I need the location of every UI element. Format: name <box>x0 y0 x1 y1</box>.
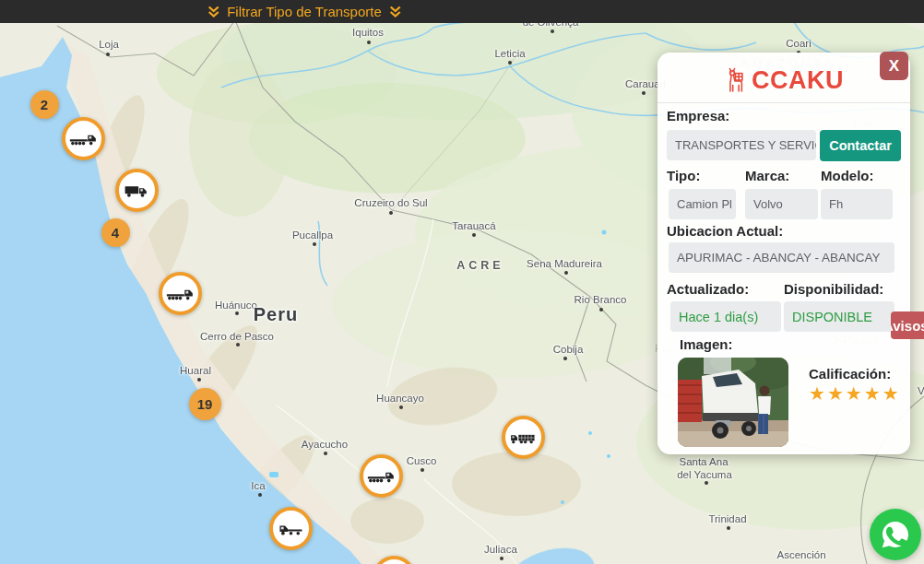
filter-transport-label: Filtrar Tipo de Transporte <box>227 4 382 19</box>
llama-icon <box>724 66 746 94</box>
avisos-label: Avisos <box>891 318 924 334</box>
semi-truck-icon <box>69 129 98 147</box>
vehicle-marker-semi[interactable] <box>159 272 202 315</box>
modelo-label: Modelo: <box>821 168 874 183</box>
vehicle-popup-card: CCAKU Empresa: TRANSPORTES Y SERVIC Cont… <box>657 53 910 454</box>
cluster-marker-2[interactable]: 2 <box>30 90 59 119</box>
vehicle-photo[interactable] <box>678 358 788 447</box>
calificacion-label: Calificación: <box>809 366 891 382</box>
pickup-truck-icon <box>277 519 305 537</box>
tipo-value-field[interactable]: Camion Pl <box>669 189 736 219</box>
tipo-label: Tipo: <box>667 168 700 183</box>
truck-photo-illustration <box>678 358 788 447</box>
box-truck-icon <box>123 181 151 199</box>
rating-stars[interactable]: ★★★★★ <box>809 382 901 405</box>
filter-transport-toggle[interactable]: Filtrar Tipo de Transporte <box>207 0 402 23</box>
empresa-value-field[interactable]: TRANSPORTES Y SERVIC <box>667 130 816 160</box>
semi-truck-icon <box>166 284 195 302</box>
vehicle-marker-semi[interactable] <box>62 117 105 160</box>
imagen-label: Imagen: <box>680 336 733 352</box>
whatsapp-button[interactable] <box>870 509 921 560</box>
marca-value-field[interactable]: Volvo <box>745 189 818 219</box>
filter-top-bar: Filtrar Tipo de Transporte <box>0 0 924 23</box>
brand-logo: CCAKU <box>657 60 910 100</box>
whatsapp-icon <box>877 516 914 553</box>
ubicacion-label: Ubicacion Actual: <box>667 223 783 239</box>
trailer-truck-icon <box>509 428 538 446</box>
vehicle-marker-trailer[interactable] <box>502 416 545 459</box>
divider <box>657 102 910 103</box>
contactar-button[interactable]: Contactar <box>820 130 901 161</box>
vehicle-marker-pickup[interactable] <box>269 507 313 550</box>
ubicacion-value-field[interactable]: APURIMAC - ABANCAY - ABANCAY <box>669 242 894 273</box>
actualizado-label: Actualizado: <box>667 281 749 297</box>
empresa-label: Empresa: <box>667 108 729 123</box>
modelo-value-field[interactable]: Fh <box>821 189 893 219</box>
semi-truck-icon <box>367 466 396 485</box>
vehicle-marker-box[interactable] <box>115 169 159 212</box>
disponibilidad-label: Disponibilidad: <box>784 281 883 297</box>
vehicle-marker-semi[interactable] <box>360 454 403 498</box>
marca-label: Marca: <box>745 168 789 183</box>
brand-name: CCAKU <box>752 66 844 95</box>
disponibilidad-value-field: DISPONIBLE <box>784 301 894 332</box>
cluster-marker-19[interactable]: 19 <box>189 388 221 420</box>
double-chevron-down-icon <box>207 5 220 18</box>
cluster-marker-4[interactable]: 4 <box>101 218 130 247</box>
close-popup-button[interactable]: X <box>880 52 908 80</box>
avisos-side-tab[interactable]: Avisos <box>891 311 924 339</box>
double-chevron-down-icon <box>388 5 402 18</box>
actualizado-value-field: Hace 1 dia(s) <box>670 301 781 332</box>
